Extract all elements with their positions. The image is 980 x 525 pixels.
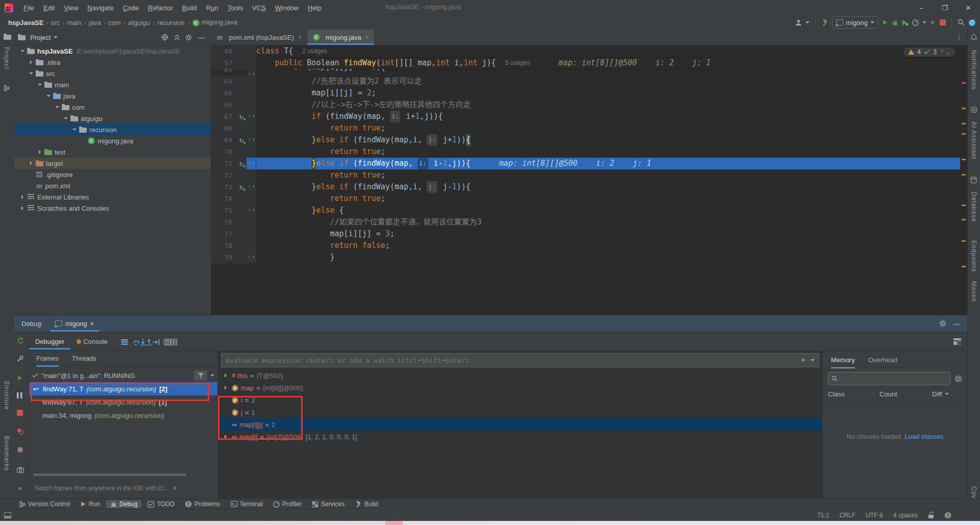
line-number[interactable]: 63 <box>211 69 236 70</box>
tree-item-scratches-and-consoles[interactable]: Scratches and Consoles <box>14 203 211 214</box>
line-number[interactable]: 79 <box>211 252 236 263</box>
tree-item-external-libraries[interactable]: External Libraries <box>14 191 211 203</box>
error-stripe-mark[interactable] <box>962 266 966 267</box>
tree-item-main[interactable]: main <box>14 79 211 90</box>
fold-marker[interactable] <box>247 99 256 111</box>
minimize-button[interactable]: – <box>910 0 933 15</box>
panel-settings-gear-icon[interactable] <box>185 34 192 41</box>
frame-row[interactable]: ↩findWay:71, T(com.atguigu.recursion)[2] <box>29 382 217 395</box>
step-over-icon[interactable] <box>132 339 140 345</box>
error-stripe[interactable] <box>960 45 967 315</box>
close-tab-icon[interactable]: × <box>365 34 369 41</box>
fold-marker[interactable] <box>247 57 256 69</box>
hide-panel-icon[interactable]: — <box>198 34 205 41</box>
menu-code[interactable]: Code <box>119 3 143 13</box>
inspections-widget[interactable]: 4 3 ⌃⌄ <box>903 47 955 57</box>
code-line-68[interactable]: 68 return true; <box>211 122 967 134</box>
restore-button[interactable]: ❐ <box>933 0 957 15</box>
tab-console[interactable]: Console <box>70 334 114 349</box>
tab-debugger[interactable]: Debugger <box>29 334 70 349</box>
code-line-67[interactable]: 67↻ if (findWay(map, i: i+1,j)){ <box>211 111 967 122</box>
thread-dump-camera-icon[interactable] <box>17 467 24 473</box>
code-line-66[interactable]: 66 //以上->右->下->左的策略往其他四个方向走 <box>211 99 967 111</box>
breadcrumb-item-main[interactable]: main <box>67 19 81 27</box>
fold-marker[interactable] <box>247 87 256 99</box>
fold-marker[interactable] <box>247 158 256 169</box>
run-icon[interactable] <box>882 19 888 26</box>
tool-window-toggle-icon[interactable] <box>4 512 11 518</box>
gutter-icon-slot[interactable] <box>236 252 247 263</box>
fold-marker[interactable] <box>247 45 256 57</box>
project-stripe-icon[interactable] <box>4 34 11 40</box>
fold-marker[interactable] <box>247 240 256 252</box>
evaluate-expression-input[interactable]: Evaluate expression (Enter) or add a wat… <box>221 353 819 367</box>
fold-marker[interactable] <box>247 134 256 146</box>
profiler-icon[interactable] <box>912 19 919 26</box>
event-log-icon[interactable] <box>944 512 951 519</box>
fold-marker[interactable] <box>247 216 256 228</box>
column-count[interactable]: Count <box>874 390 926 398</box>
status-utf-8[interactable]: UTF-8 <box>866 512 883 519</box>
error-stripe-mark[interactable] <box>962 133 966 135</box>
user-icon[interactable] <box>795 19 802 26</box>
menu-navigate[interactable]: Navigate <box>83 3 117 13</box>
fold-marker[interactable] <box>247 205 256 216</box>
tree-item-test[interactable]: test <box>14 146 211 158</box>
tree-item-src[interactable]: src <box>14 68 211 79</box>
code-line-57[interactable]: 57 public Boolean findWay(int[][] map,in… <box>211 57 967 69</box>
fold-marker[interactable] <box>247 146 256 158</box>
show-execution-point-icon[interactable] <box>121 339 128 345</box>
code-line-78[interactable]: 78 return false; <box>211 240 967 252</box>
fold-marker[interactable] <box>247 76 256 87</box>
stripe-bookmarks[interactable]: Bookmarks <box>3 436 10 471</box>
menu-edit[interactable]: Edit <box>39 3 59 13</box>
database-icon[interactable] <box>970 177 977 184</box>
code-line-75[interactable]: 75 }else { <box>211 205 967 216</box>
fold-marker[interactable] <box>247 169 256 181</box>
error-stripe-mark[interactable] <box>962 219 966 220</box>
tree-item-target[interactable]: target <box>14 158 211 169</box>
tree-item--idea[interactable]: .idea <box>14 57 211 68</box>
thread-selector[interactable]: "main"@1 in g...ain": RUNNING <box>29 369 217 382</box>
toolwindow-button-services[interactable]: Services <box>308 500 349 508</box>
fold-marker[interactable] <box>247 252 256 263</box>
breadcrumb-item-java[interactable]: java <box>89 19 101 27</box>
line-number[interactable]: 48 <box>211 45 236 57</box>
error-stripe-mark[interactable] <box>962 205 966 206</box>
stripe-database[interactable]: Database <box>970 192 977 222</box>
pause-icon[interactable] <box>17 392 22 398</box>
line-number[interactable]: 57 <box>211 57 236 69</box>
stripe-maven[interactable]: Maven <box>970 281 977 302</box>
toolwindow-button-version-control[interactable]: Version Control <box>15 500 74 508</box>
line-number[interactable]: 64 <box>211 76 236 87</box>
error-stripe-mark[interactable] <box>962 174 966 176</box>
gutter-icon-slot[interactable]: ↻ <box>236 181 247 193</box>
code-line-69[interactable]: 69↻ }else if (findWay(map,i, j: j+1)){ <box>211 134 967 146</box>
gutter-icon-slot[interactable] <box>236 69 247 70</box>
line-number[interactable]: 71 <box>211 158 236 169</box>
line-number[interactable]: 65 <box>211 87 236 99</box>
line-number[interactable]: 66 <box>211 99 236 111</box>
line-number[interactable]: 72 <box>211 169 236 181</box>
line-number[interactable]: 68 <box>211 122 236 134</box>
eval-dropdown-icon[interactable] <box>811 359 815 361</box>
run-config-selector[interactable]: migong <box>832 16 878 29</box>
variable-row-map-i-[interactable]: ∞map[i] = {int[7]@506} [1, 2, 1, 0, 0, 0… <box>218 431 822 443</box>
line-number[interactable]: 73 <box>211 181 236 193</box>
variable-row-map[interactable]: pmap = {int[8][]@500} <box>218 382 822 394</box>
tree-item--gitignore[interactable]: .gitignore <box>14 169 211 180</box>
tree-item-java[interactable]: java <box>14 90 211 102</box>
thread-dropdown-icon[interactable] <box>210 374 214 377</box>
view-options-icon[interactable] <box>170 339 177 345</box>
menu-refactor[interactable]: Refactor <box>144 3 177 13</box>
line-number[interactable]: 69 <box>211 134 236 146</box>
rerun-icon[interactable] <box>17 337 24 344</box>
step-into-icon[interactable] <box>140 339 146 345</box>
toolwindow-button-terminal[interactable]: Terminal <box>227 500 267 508</box>
debug-session-tab[interactable]: migong × <box>50 316 99 332</box>
debug-settings-gear-icon[interactable] <box>939 320 946 327</box>
sync-icon[interactable] <box>968 19 976 27</box>
evaluate-expression-icon[interactable] <box>164 339 170 345</box>
code-line-48[interactable]: 48class T{2 usages <box>211 45 967 57</box>
code-line-70[interactable]: 70 return true; <box>211 146 967 158</box>
